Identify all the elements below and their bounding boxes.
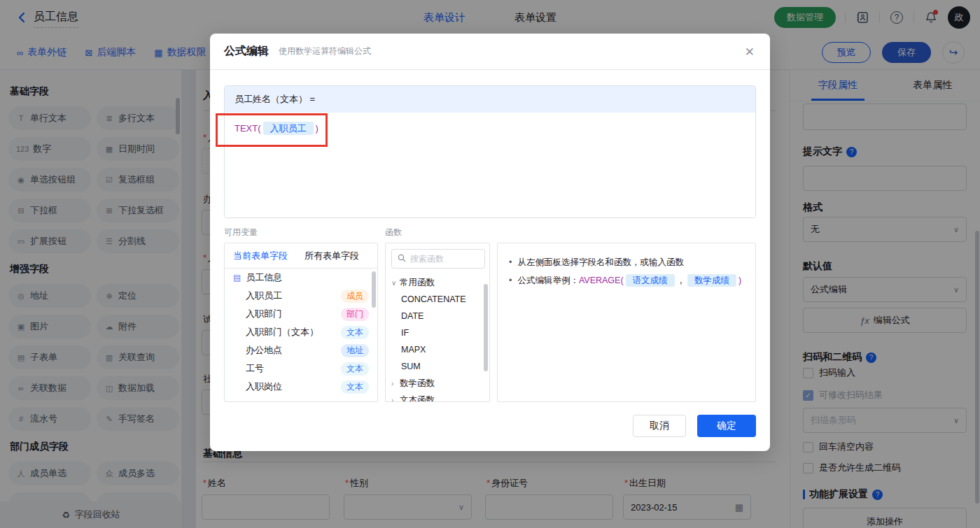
function-group-数学函数[interactable]: ›数学函数 — [386, 375, 489, 392]
variables-scrollbar[interactable] — [372, 271, 376, 308]
tab-all-form-fields[interactable]: 所有表单字段 — [304, 250, 359, 262]
variable-form-name: 员工信息 — [246, 271, 369, 284]
function-item-MAPX[interactable]: MAPX — [386, 341, 489, 358]
functions-label: 函数 — [385, 227, 402, 238]
variable-name: 入职员工 — [233, 290, 341, 302]
search-placeholder: 搜索函数 — [410, 253, 444, 265]
variables-label: 可用变量 — [224, 227, 258, 238]
variable-name: 办公地点 — [233, 344, 341, 357]
variable-name: 入职岗位 — [233, 380, 341, 393]
formula-edit-modal: 公式编辑 使用数学运算符编辑公式 ✕ 员工姓名（文本） = TEXT(入职员工)… — [210, 34, 770, 451]
chevron-right-icon: › — [391, 380, 400, 387]
help-tip-2: • 公式编辑举例：AVERAGE(语文成绩，数学成绩) — [509, 271, 744, 290]
variable-name: 入职部门（文本） — [233, 326, 341, 338]
variable-item[interactable]: 入职员工成员 — [225, 287, 377, 305]
annotation-red-box — [216, 113, 328, 147]
tab-current-form-fields[interactable]: 当前表单字段 — [233, 250, 288, 262]
confirm-button[interactable]: 确定 — [697, 415, 756, 437]
example-field-chip: 语文成绩 — [626, 274, 675, 287]
modal-subtitle: 使用数学运算符编辑公式 — [279, 45, 371, 57]
help-tip-1: •从左侧面板选择字段名和函数，或输入函数 — [509, 253, 744, 271]
variable-item[interactable]: 工号文本 — [225, 359, 377, 378]
function-group-常用函数[interactable]: ∨常用函数 — [386, 274, 489, 291]
variables-panel: 当前表单字段 所有表单字段 ▤员工信息入职员工成员入职部门部门入职部门（文本）文… — [224, 243, 378, 402]
chevron-right-icon: › — [391, 397, 400, 403]
variable-item[interactable]: 办公地点地址 — [225, 341, 377, 359]
function-item-DATE[interactable]: DATE — [386, 308, 489, 324]
function-group-label: 常用函数 — [400, 277, 435, 289]
modal-header: 公式编辑 使用数学运算符编辑公式 — [210, 34, 770, 70]
variable-form-row[interactable]: ▤员工信息 — [225, 269, 377, 287]
functions-panel: 搜索函数 ∨常用函数CONCATENATEDATEIFMAPXSUM›数学函数›… — [385, 243, 490, 402]
functions-scrollbar[interactable] — [484, 284, 488, 371]
variable-type-tag: 文本 — [341, 362, 369, 376]
variable-type-tag: 文本 — [341, 380, 369, 394]
formula-help-panel: •从左侧面板选择字段名和函数，或输入函数 • 公式编辑举例：AVERAGE(语文… — [497, 243, 756, 402]
formula-editor: 员工姓名（文本） = TEXT(入职员工) — [224, 85, 756, 218]
variable-item[interactable]: 入职岗位文本 — [225, 378, 377, 396]
function-item-IF[interactable]: IF — [386, 324, 489, 341]
close-icon[interactable]: ✕ — [745, 45, 755, 59]
function-search-input[interactable]: 搜索函数 — [391, 249, 485, 269]
app-root: 员工信息 表单设计 表单设置 数据管理 ? 政 ∞表单外链⊠后端脚本▦数据权限 … — [0, 0, 980, 528]
function-group-文本函数[interactable]: ›文本函数 — [386, 392, 489, 402]
chevron-down-icon: ∨ — [391, 279, 400, 287]
variable-tabs: 当前表单字段 所有表单字段 — [225, 243, 377, 269]
modal-title: 公式编辑 — [224, 44, 269, 59]
function-group-label: 文本函数 — [400, 394, 435, 403]
variable-item[interactable]: 入职部门部门 — [225, 305, 377, 323]
function-group-label: 数学函数 — [400, 378, 435, 390]
variable-type-tag: 文本 — [341, 326, 369, 339]
example-field-chip: 数学成绩 — [687, 274, 736, 287]
function-item-SUM[interactable]: SUM — [386, 358, 489, 375]
search-icon — [398, 254, 406, 264]
variable-name: 工号 — [233, 362, 341, 375]
function-tree: ∨常用函数CONCATENATEDATEIFMAPXSUM›数学函数›文本函数 — [386, 274, 489, 402]
variable-type-tag: 地址 — [341, 344, 369, 357]
cancel-button[interactable]: 取消 — [633, 415, 686, 437]
variable-type-tag: 部门 — [341, 308, 369, 321]
variable-list: ▤员工信息入职员工成员入职部门部门入职部门（文本）文本办公地点地址工号文本入职岗… — [225, 269, 377, 396]
variable-type-tag: 成员 — [341, 290, 369, 303]
form-doc-icon: ▤ — [233, 273, 241, 283]
formula-target: 员工姓名（文本） = — [225, 86, 755, 113]
variable-item[interactable]: 入职部门（文本）文本 — [225, 323, 377, 341]
function-item-CONCATENATE[interactable]: CONCATENATE — [386, 291, 489, 308]
variable-name: 入职部门 — [233, 308, 341, 320]
